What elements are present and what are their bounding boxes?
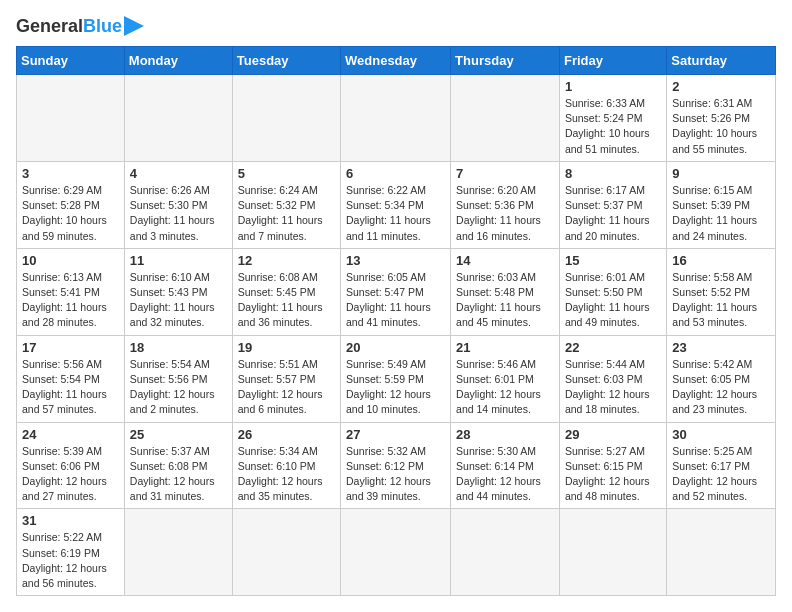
day-info: Sunrise: 5:32 AM Sunset: 6:12 PM Dayligh… — [346, 444, 445, 505]
calendar-cell: 27Sunrise: 5:32 AM Sunset: 6:12 PM Dayli… — [341, 422, 451, 509]
calendar-cell: 4Sunrise: 6:26 AM Sunset: 5:30 PM Daylig… — [124, 161, 232, 248]
calendar-cell — [124, 509, 232, 596]
day-number: 25 — [130, 427, 227, 442]
day-number: 18 — [130, 340, 227, 355]
weekday-header-row: SundayMondayTuesdayWednesdayThursdayFrid… — [17, 47, 776, 75]
logo-triangle-icon — [124, 16, 144, 36]
day-info: Sunrise: 5:49 AM Sunset: 5:59 PM Dayligh… — [346, 357, 445, 418]
logo-text: GeneralBlue — [16, 17, 122, 35]
calendar-cell: 16Sunrise: 5:58 AM Sunset: 5:52 PM Dayli… — [667, 248, 776, 335]
calendar-cell: 12Sunrise: 6:08 AM Sunset: 5:45 PM Dayli… — [232, 248, 340, 335]
calendar-cell: 11Sunrise: 6:10 AM Sunset: 5:43 PM Dayli… — [124, 248, 232, 335]
day-info: Sunrise: 5:58 AM Sunset: 5:52 PM Dayligh… — [672, 270, 770, 331]
day-number: 29 — [565, 427, 661, 442]
calendar-cell: 5Sunrise: 6:24 AM Sunset: 5:32 PM Daylig… — [232, 161, 340, 248]
day-info: Sunrise: 6:03 AM Sunset: 5:48 PM Dayligh… — [456, 270, 554, 331]
day-number: 26 — [238, 427, 335, 442]
day-number: 2 — [672, 79, 770, 94]
day-info: Sunrise: 6:33 AM Sunset: 5:24 PM Dayligh… — [565, 96, 661, 157]
calendar-cell — [451, 75, 560, 162]
day-number: 9 — [672, 166, 770, 181]
day-info: Sunrise: 6:29 AM Sunset: 5:28 PM Dayligh… — [22, 183, 119, 244]
calendar-cell: 23Sunrise: 5:42 AM Sunset: 6:05 PM Dayli… — [667, 335, 776, 422]
day-info: Sunrise: 6:10 AM Sunset: 5:43 PM Dayligh… — [130, 270, 227, 331]
calendar: SundayMondayTuesdayWednesdayThursdayFrid… — [16, 46, 776, 596]
logo: GeneralBlue — [16, 16, 144, 36]
day-info: Sunrise: 5:34 AM Sunset: 6:10 PM Dayligh… — [238, 444, 335, 505]
week-row-5: 24Sunrise: 5:39 AM Sunset: 6:06 PM Dayli… — [17, 422, 776, 509]
day-info: Sunrise: 6:08 AM Sunset: 5:45 PM Dayligh… — [238, 270, 335, 331]
day-number: 7 — [456, 166, 554, 181]
day-number: 4 — [130, 166, 227, 181]
calendar-cell: 6Sunrise: 6:22 AM Sunset: 5:34 PM Daylig… — [341, 161, 451, 248]
day-info: Sunrise: 5:54 AM Sunset: 5:56 PM Dayligh… — [130, 357, 227, 418]
day-info: Sunrise: 5:42 AM Sunset: 6:05 PM Dayligh… — [672, 357, 770, 418]
week-row-1: 1Sunrise: 6:33 AM Sunset: 5:24 PM Daylig… — [17, 75, 776, 162]
weekday-header-tuesday: Tuesday — [232, 47, 340, 75]
calendar-cell: 25Sunrise: 5:37 AM Sunset: 6:08 PM Dayli… — [124, 422, 232, 509]
day-info: Sunrise: 5:39 AM Sunset: 6:06 PM Dayligh… — [22, 444, 119, 505]
day-number: 15 — [565, 253, 661, 268]
day-number: 12 — [238, 253, 335, 268]
day-number: 1 — [565, 79, 661, 94]
calendar-cell — [341, 75, 451, 162]
day-info: Sunrise: 6:22 AM Sunset: 5:34 PM Dayligh… — [346, 183, 445, 244]
day-info: Sunrise: 5:56 AM Sunset: 5:54 PM Dayligh… — [22, 357, 119, 418]
logo-blue: Blue — [83, 16, 122, 36]
calendar-cell — [559, 509, 666, 596]
calendar-cell: 28Sunrise: 5:30 AM Sunset: 6:14 PM Dayli… — [451, 422, 560, 509]
calendar-cell: 14Sunrise: 6:03 AM Sunset: 5:48 PM Dayli… — [451, 248, 560, 335]
calendar-cell: 15Sunrise: 6:01 AM Sunset: 5:50 PM Dayli… — [559, 248, 666, 335]
week-row-3: 10Sunrise: 6:13 AM Sunset: 5:41 PM Dayli… — [17, 248, 776, 335]
day-info: Sunrise: 5:46 AM Sunset: 6:01 PM Dayligh… — [456, 357, 554, 418]
calendar-cell: 18Sunrise: 5:54 AM Sunset: 5:56 PM Dayli… — [124, 335, 232, 422]
calendar-cell: 21Sunrise: 5:46 AM Sunset: 6:01 PM Dayli… — [451, 335, 560, 422]
day-info: Sunrise: 5:30 AM Sunset: 6:14 PM Dayligh… — [456, 444, 554, 505]
calendar-cell — [451, 509, 560, 596]
calendar-cell — [341, 509, 451, 596]
day-number: 23 — [672, 340, 770, 355]
calendar-cell — [232, 509, 340, 596]
week-row-2: 3Sunrise: 6:29 AM Sunset: 5:28 PM Daylig… — [17, 161, 776, 248]
day-number: 16 — [672, 253, 770, 268]
calendar-cell: 1Sunrise: 6:33 AM Sunset: 5:24 PM Daylig… — [559, 75, 666, 162]
day-info: Sunrise: 6:17 AM Sunset: 5:37 PM Dayligh… — [565, 183, 661, 244]
day-info: Sunrise: 5:44 AM Sunset: 6:03 PM Dayligh… — [565, 357, 661, 418]
weekday-header-monday: Monday — [124, 47, 232, 75]
day-info: Sunrise: 5:37 AM Sunset: 6:08 PM Dayligh… — [130, 444, 227, 505]
calendar-cell: 31Sunrise: 5:22 AM Sunset: 6:19 PM Dayli… — [17, 509, 125, 596]
day-number: 13 — [346, 253, 445, 268]
calendar-cell: 3Sunrise: 6:29 AM Sunset: 5:28 PM Daylig… — [17, 161, 125, 248]
calendar-cell — [232, 75, 340, 162]
calendar-cell: 2Sunrise: 6:31 AM Sunset: 5:26 PM Daylig… — [667, 75, 776, 162]
calendar-cell — [124, 75, 232, 162]
day-number: 28 — [456, 427, 554, 442]
svg-marker-0 — [124, 16, 144, 36]
calendar-cell: 30Sunrise: 5:25 AM Sunset: 6:17 PM Dayli… — [667, 422, 776, 509]
day-number: 31 — [22, 513, 119, 528]
day-number: 6 — [346, 166, 445, 181]
day-info: Sunrise: 6:13 AM Sunset: 5:41 PM Dayligh… — [22, 270, 119, 331]
weekday-header-saturday: Saturday — [667, 47, 776, 75]
weekday-header-friday: Friday — [559, 47, 666, 75]
day-number: 3 — [22, 166, 119, 181]
week-row-4: 17Sunrise: 5:56 AM Sunset: 5:54 PM Dayli… — [17, 335, 776, 422]
calendar-cell: 26Sunrise: 5:34 AM Sunset: 6:10 PM Dayli… — [232, 422, 340, 509]
calendar-cell: 29Sunrise: 5:27 AM Sunset: 6:15 PM Dayli… — [559, 422, 666, 509]
day-number: 5 — [238, 166, 335, 181]
day-number: 27 — [346, 427, 445, 442]
day-info: Sunrise: 6:05 AM Sunset: 5:47 PM Dayligh… — [346, 270, 445, 331]
day-number: 30 — [672, 427, 770, 442]
logo-general: General — [16, 16, 83, 36]
week-row-6: 31Sunrise: 5:22 AM Sunset: 6:19 PM Dayli… — [17, 509, 776, 596]
calendar-cell: 13Sunrise: 6:05 AM Sunset: 5:47 PM Dayli… — [341, 248, 451, 335]
day-number: 20 — [346, 340, 445, 355]
calendar-cell: 10Sunrise: 6:13 AM Sunset: 5:41 PM Dayli… — [17, 248, 125, 335]
day-number: 22 — [565, 340, 661, 355]
day-info: Sunrise: 6:01 AM Sunset: 5:50 PM Dayligh… — [565, 270, 661, 331]
day-number: 24 — [22, 427, 119, 442]
day-info: Sunrise: 6:24 AM Sunset: 5:32 PM Dayligh… — [238, 183, 335, 244]
day-info: Sunrise: 6:15 AM Sunset: 5:39 PM Dayligh… — [672, 183, 770, 244]
day-info: Sunrise: 6:20 AM Sunset: 5:36 PM Dayligh… — [456, 183, 554, 244]
day-number: 14 — [456, 253, 554, 268]
